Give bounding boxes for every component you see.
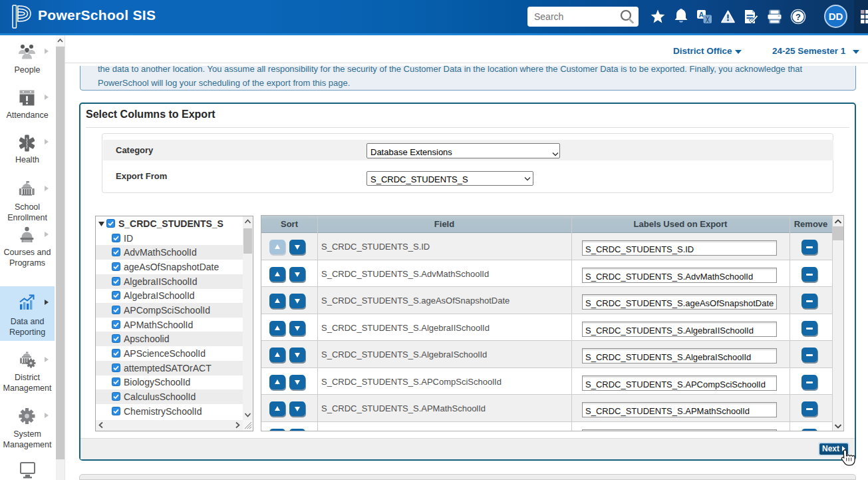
svg-text:?: ? [796,12,801,22]
svg-text:A: A [699,11,704,19]
